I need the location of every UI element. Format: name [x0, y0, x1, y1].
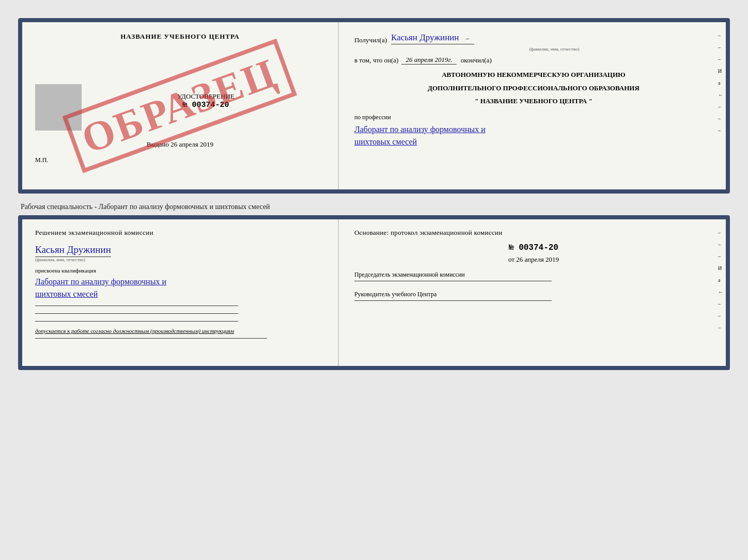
vtom-row: в том, что он(а) 26 апреля 2019г. окончи…: [354, 56, 713, 65]
uds-label: УДОСТОВЕРЕНИЕ: [87, 92, 325, 101]
kvalif-text-2: шихтовых смесей: [35, 290, 98, 298]
prof-text-2: шихтовых смесей: [354, 137, 417, 146]
vtom-label: в том, что он(а): [354, 56, 399, 65]
org-line2: ДОПОЛНИТЕЛЬНОГО ПРОФЕССИОНАЛЬНОГО ОБРАЗО…: [354, 83, 713, 93]
bottom-document: Решением экзаменационной комиссии Касьян…: [18, 215, 730, 370]
predsedatel-label: Председатель экзаменационной комиссии: [354, 271, 713, 279]
bottom-fio-label: (фамилия, имя, отчество): [35, 257, 325, 262]
prof-handwritten: Лаборант по анализу формовочных и: [354, 123, 713, 136]
prof-handwritten-2: шихтовых смесей: [354, 136, 713, 148]
sig-line-1: [35, 306, 238, 306]
poluchil-name: Касьян Дружинин –: [391, 33, 474, 44]
kvalif-handwritten-2: шихтовых смесей: [35, 288, 325, 300]
rukovod-label: Руководитель учебного Центра: [354, 291, 713, 298]
bottom-doc-right: Основание: протокол экзаменационной коми…: [339, 219, 726, 366]
bottom-name: Касьян Дружинин: [35, 244, 111, 255]
rukovod-sig-line: [354, 300, 552, 301]
bottom-doc-left: Решением экзаменационной комиссии Касьян…: [22, 219, 339, 366]
top-doc-right: Получил(а) Касьян Дружинин – (фамилия, и…: [339, 22, 726, 189]
komissia-text: Решением экзаменационной комиссии: [35, 229, 325, 237]
poluchil-name-text: Касьян Дружинин: [391, 33, 459, 42]
predsedatel-sig-line: [354, 281, 552, 281]
sig-line-2: [35, 313, 238, 314]
specialty-line: Рабочая специальность - Лаборант по анал…: [18, 199, 730, 215]
okonchil-label: окончил(а): [461, 56, 492, 65]
bottom-right-edge-marks: – – – И а ← – – –: [718, 230, 723, 330]
kvalif-text-1: Лаборант по анализу формовочных и: [35, 277, 166, 286]
top-doc-left: НАЗВАНИЕ УЧЕБНОГО ЦЕНТРА УДОСТОВЕРЕНИЕ №…: [22, 22, 339, 189]
uds-number: № 00374-20: [87, 101, 325, 109]
poluchil-label: Получил(а): [354, 36, 387, 44]
vtom-date: 26 апреля 2019г.: [401, 56, 456, 65]
kvalif-handwritten-1: Лаборант по анализу формовочных и: [35, 276, 325, 288]
sig-line-3: [35, 321, 238, 322]
mp-label: М.П.: [35, 156, 325, 164]
vydano-line: Выдано 26 апреля 2019: [35, 140, 325, 149]
top-document: НАЗВАНИЕ УЧЕБНОГО ЦЕНТРА УДОСТОВЕРЕНИЕ №…: [18, 18, 730, 194]
poluchil-row: Получил(а) Касьян Дружинин –: [354, 33, 713, 44]
prof-text-1: Лаборант по анализу формовочных и: [354, 125, 486, 134]
top-doc-title: НАЗВАНИЕ УЧЕБНОГО ЦЕНТРА: [35, 33, 325, 41]
dopusk-text: допускается к работе согласно должностны…: [35, 328, 325, 334]
right-edge-marks: – – – И а ← – – –: [718, 33, 723, 133]
photo-placeholder: [35, 84, 82, 131]
name-row: Касьян Дружинин: [35, 244, 111, 257]
fio-label-top: (фамилия, имя, отчество): [396, 46, 713, 52]
ot-line: от 26 апреля 2019: [354, 255, 713, 264]
kvalif-label: присвоена квалификация: [35, 267, 325, 274]
page-wrapper: НАЗВАНИЕ УЧЕБНОГО ЦЕНТРА УДОСТОВЕРЕНИЕ №…: [10, 10, 738, 378]
dopusk-sig-line: [35, 338, 267, 339]
org-line1: АВТОНОМНУЮ НЕКОММЕРЧЕСКУЮ ОРГАНИЗАЦИЮ: [354, 70, 713, 80]
protocol-number: № 00374-20: [354, 243, 713, 252]
org-name: " НАЗВАНИЕ УЧЕБНОГО ЦЕНТРА ": [354, 96, 713, 106]
prof-label: по профессии: [354, 114, 713, 121]
osnov-text: Основание: протокол экзаменационной коми…: [354, 229, 713, 237]
